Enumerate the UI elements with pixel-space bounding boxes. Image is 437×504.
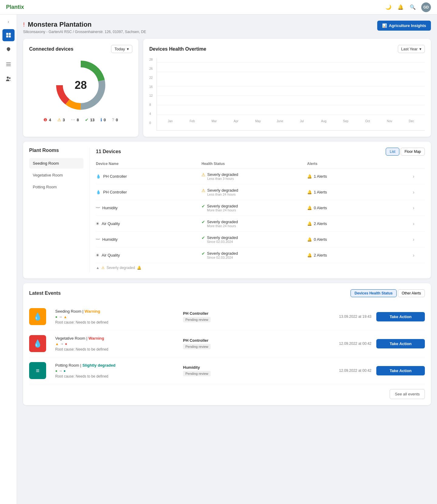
view-toggle: List Floor Map <box>386 148 425 156</box>
event-root-1: Root cause: Needs to be defined <box>55 320 178 324</box>
connected-devices-header: Connected devices Today ▾ <box>29 45 132 53</box>
main-content: ! Monstera Plantation Siliconsaxony - Ga… <box>17 15 437 416</box>
sidebar-item-people[interactable] <box>2 73 15 85</box>
row-chevron-3[interactable]: › <box>413 205 425 211</box>
svg-point-7 <box>7 77 9 79</box>
sidebar-toggle[interactable]: › <box>4 17 13 27</box>
room-potting[interactable]: Potting Room <box>29 182 83 192</box>
device-name-5: 〰 Humidity <box>96 237 202 242</box>
air-icon: ✳ <box>96 221 99 226</box>
table-row: ✳ Air Quality ✔ Severly degraded More th… <box>96 216 425 232</box>
event-status-label-2: Warning <box>89 336 104 341</box>
event-room-1: Seeding Room | Warning <box>55 309 178 314</box>
row-chevron-4[interactable]: › <box>413 221 425 227</box>
health-overtime-card: Devices Health Overtime Last Year ▾ 0 4 … <box>143 39 431 137</box>
search-icon[interactable]: 🔍 <box>409 4 416 11</box>
warning-icon: ⚠ <box>202 172 205 177</box>
event-device-name-2: PH Controller <box>183 338 244 343</box>
success-icon: ✔ <box>202 235 205 240</box>
alerts-4: 🔔 2 Alerts <box>307 221 413 226</box>
event-transition-2: ▲ → ● <box>55 342 178 346</box>
floor-map-view-button[interactable]: Floor Map <box>401 148 425 156</box>
event-transition-1: ● → ▲ <box>55 315 178 319</box>
avatar[interactable]: GD <box>421 2 431 12</box>
sidebar-item-plant[interactable] <box>2 44 15 56</box>
table-row: 〰 Humidity ✔ Severly degraded More than … <box>96 200 425 216</box>
x-label-june: June <box>269 119 291 124</box>
table-row: ✳ Air Quality ✔ Severly degraded Since 0… <box>96 247 425 263</box>
drop-icon: 💧 <box>33 339 42 348</box>
event-time-3: 12.09.2022 at 00:42 <box>249 368 371 373</box>
event-room-2: Vegetative Room | Warning <box>55 336 178 341</box>
pending-count: 8 <box>77 118 79 122</box>
event-badge-3: Pending review <box>183 371 211 376</box>
dark-mode-icon[interactable]: 🌙 <box>385 4 392 11</box>
page-subtitle: Siliconsaxony - GartenAI RSC / Grossenha… <box>23 30 146 34</box>
alerts-1: 🔔 1 Alerts <box>307 174 413 179</box>
chevron-down-icon: ▾ <box>419 47 422 51</box>
event-info-3: Potting Room | Slightly degraded ● → ● R… <box>55 363 178 378</box>
info-legend-icon: ℹ <box>100 117 102 122</box>
event-device-1: PH Controller Pending review <box>183 311 244 322</box>
health-period-selector[interactable]: Last Year ▾ <box>398 45 425 53</box>
svg-rect-0 <box>6 33 8 35</box>
humidity-icon: ≡ <box>36 367 39 374</box>
row-chevron-5[interactable]: › <box>413 237 425 242</box>
event-transition-3: ● → ● <box>55 369 178 373</box>
status-legend: ❶ 4 ⚠ 3 ⋯ 8 ✔ 13 ℹ 0 <box>29 117 132 122</box>
success-legend-icon: ✔ <box>85 117 89 122</box>
event-info-2: Vegetative Room | Warning ▲ → ● Root cau… <box>55 336 178 351</box>
event-device-2: PH Controller Pending review <box>183 338 244 349</box>
health-status-6: ✔ Severly degraded Since 02.03.2024 <box>202 251 307 259</box>
x-label-apr: Apr <box>225 119 247 124</box>
chart-icon: 📊 <box>382 23 387 28</box>
room-vegetative[interactable]: Vegetative Room <box>29 170 83 180</box>
room-seeding[interactable]: Seeding Room <box>29 158 83 169</box>
x-label-jul: Jul <box>291 119 313 124</box>
event-device-3: Humidity Pending review <box>183 365 244 376</box>
row-chevron-6[interactable]: › <box>413 253 425 258</box>
list-view-button[interactable]: List <box>386 148 399 156</box>
chevron-down-icon: ▾ <box>127 47 129 51</box>
take-action-button-1[interactable]: Take Action <box>376 312 425 321</box>
event-status-label-1: Warning <box>85 309 100 314</box>
health-status-3: ✔ Severly degraded More than 24 hours <box>202 204 307 212</box>
collapse-icon[interactable]: ▲ <box>96 266 100 270</box>
event-icon-vegetative: 💧 <box>29 335 46 352</box>
bell-icon: 🔔 <box>307 237 312 242</box>
row-chevron-2[interactable]: › <box>413 190 425 195</box>
svg-rect-2 <box>6 35 8 38</box>
event-row-3: ≡ Potting Room | Slightly degraded ● → ●… <box>29 357 425 384</box>
table-column-headers: Device Name Health Status Alerts <box>96 159 425 169</box>
alerts-5: 🔔 0 Alerts <box>307 237 413 242</box>
event-room-3: Potting Room | Slightly degraded <box>55 363 178 368</box>
sidebar-item-dashboard[interactable] <box>2 29 15 41</box>
svg-rect-5 <box>6 64 11 65</box>
devices-table-section: 11 Devices List Floor Map Device Name He… <box>90 148 425 272</box>
events-footer: See all events <box>29 389 425 399</box>
notifications-icon[interactable]: 🔔 <box>397 4 404 11</box>
tab-devices-health-status[interactable]: Devices Health Status <box>351 289 396 297</box>
take-action-button-2[interactable]: Take Action <box>376 339 425 348</box>
pending-legend-icon: ⋯ <box>71 117 75 122</box>
success-count: 13 <box>90 118 94 122</box>
row-chevron-1[interactable]: › <box>413 174 425 179</box>
drop-icon: 💧 <box>96 190 101 194</box>
see-all-events-button[interactable]: See all events <box>390 389 425 399</box>
agriculture-insights-button[interactable]: 📊 Agriculture Insights <box>377 21 431 31</box>
y-label-28: 28 <box>149 58 155 61</box>
tab-other-alerts[interactable]: Other Alerts <box>398 289 425 297</box>
period-selector[interactable]: Today ▾ <box>111 45 132 53</box>
connected-devices-card: Connected devices Today ▾ <box>23 39 138 137</box>
events-header: Latest Events Devices Health Status Othe… <box>29 289 425 297</box>
svg-rect-1 <box>8 33 11 35</box>
page-header: ! Monstera Plantation Siliconsaxony - Ga… <box>23 21 431 34</box>
error-count: 4 <box>49 118 51 122</box>
warning-legend-icon: ⚠ <box>57 117 61 122</box>
y-label-0: 0 <box>149 121 155 125</box>
y-label-12: 12 <box>149 94 155 97</box>
bell-icon: 🔔 <box>307 190 312 194</box>
sidebar-item-list[interactable] <box>2 58 15 70</box>
take-action-button-3[interactable]: Take Action <box>376 366 425 375</box>
x-label-mar: Mar <box>203 119 225 124</box>
